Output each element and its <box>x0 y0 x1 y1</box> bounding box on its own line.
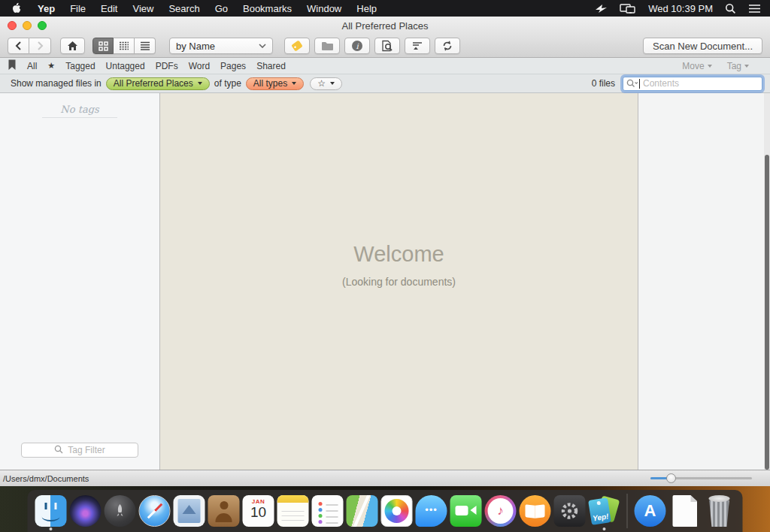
places-pill[interactable]: All Preferred Places <box>106 77 210 90</box>
grid-view-button[interactable] <box>92 38 114 54</box>
displays-icon[interactable] <box>620 3 636 14</box>
menu-bookmarks[interactable]: Bookmarks <box>235 3 299 14</box>
collapse-button[interactable] <box>405 38 430 54</box>
sort-select-value: by Name <box>176 41 259 52</box>
dock-item-calendar[interactable]: JAN10 <box>241 495 276 527</box>
minimize-button[interactable] <box>23 21 32 30</box>
back-button[interactable] <box>8 38 29 54</box>
info-button[interactable]: i <box>344 38 370 54</box>
ibooks-icon <box>520 495 551 527</box>
dock-item-siri[interactable] <box>68 495 103 527</box>
system-preferences-icon <box>554 495 586 527</box>
menu-window[interactable]: Window <box>299 3 349 14</box>
menu-help[interactable]: Help <box>349 3 384 14</box>
refresh-button[interactable] <box>435 38 460 54</box>
bookmark-icon[interactable] <box>8 59 17 73</box>
menu-search[interactable]: Search <box>161 3 207 14</box>
tags-sidebar: No tags Tag Filter <box>0 93 160 470</box>
dock-item-contacts[interactable] <box>207 495 241 527</box>
dock-item-mail[interactable] <box>172 495 207 527</box>
safari-icon <box>139 495 171 527</box>
cursor-status-icon[interactable] <box>595 3 608 14</box>
menu-view[interactable]: View <box>125 3 161 14</box>
dock-item-notes[interactable] <box>276 495 311 527</box>
tag-filter-input[interactable]: Tag Filter <box>21 443 138 458</box>
window-title: All Preferred Places <box>0 17 770 36</box>
scrollbar[interactable] <box>764 93 770 470</box>
dock-item-photos[interactable] <box>380 495 414 527</box>
documents-area: Welcome (Looking for documents) <box>160 93 638 470</box>
facetime-icon <box>450 495 482 527</box>
dock-item-finder[interactable] <box>34 495 68 527</box>
filter-pages[interactable]: Pages <box>220 61 246 71</box>
siri-icon <box>70 495 102 527</box>
sort-select[interactable]: by Name <box>169 38 273 54</box>
zoom-button[interactable] <box>38 21 47 30</box>
filter-all[interactable]: All <box>27 61 37 71</box>
yep-window: All Preferred Places by Name i <box>0 17 770 486</box>
mail-icon <box>174 495 205 527</box>
filter-pdfs[interactable]: PDFs <box>156 61 178 71</box>
scrollbar-thumb[interactable] <box>765 155 769 470</box>
forward-button[interactable] <box>29 38 51 54</box>
dock-item-itunes[interactable]: ♪ <box>484 495 518 527</box>
scan-new-document-button[interactable]: Scan New Document... <box>643 38 762 54</box>
status-bar: /Users/dmx/Documents <box>0 470 770 486</box>
dock-item-safari[interactable] <box>138 495 172 527</box>
chevron-down-icon <box>292 82 296 85</box>
tag-dropdown[interactable]: Tag <box>727 61 749 71</box>
apple-menu[interactable] <box>0 2 30 16</box>
dock-item-launchpad[interactable] <box>103 495 138 527</box>
dock-item-app-store[interactable]: A <box>633 495 668 527</box>
menu-edit[interactable]: Edit <box>93 3 125 14</box>
move-dropdown[interactable]: Move <box>682 61 711 71</box>
notes-icon <box>277 495 309 527</box>
menu-clock[interactable]: Wed 10:39 PM <box>648 3 713 14</box>
dock-item-system-preferences[interactable] <box>553 495 587 527</box>
filter-starred[interactable]: ★ <box>47 61 55 71</box>
filter-shared[interactable]: Shared <box>256 61 286 71</box>
dock-item-yep[interactable]: Yep! <box>587 495 622 527</box>
home-button[interactable] <box>60 38 85 54</box>
collapse-icon <box>412 41 423 51</box>
content-search-input[interactable] <box>623 77 762 91</box>
dock-item-facetime[interactable] <box>449 495 484 527</box>
window-body: No tags Tag Filter Welcome (Looking for … <box>0 93 770 470</box>
contacts-icon <box>208 495 240 527</box>
welcome-subtitle: (Looking for documents) <box>342 276 456 288</box>
dock-item-ibooks[interactable] <box>518 495 553 527</box>
zoom-slider-thumb[interactable] <box>666 473 676 483</box>
filter-word[interactable]: Word <box>189 61 210 71</box>
zoom-slider[interactable] <box>650 477 752 479</box>
photos-icon <box>381 495 413 527</box>
chevron-down-icon <box>744 65 749 68</box>
dock-item-reminders[interactable] <box>311 495 345 527</box>
notification-center-icon[interactable] <box>748 4 761 14</box>
spotlight-search-icon[interactable] <box>725 3 736 14</box>
yep-icon: Yep! <box>589 495 620 527</box>
dock-item-document[interactable] <box>668 495 702 527</box>
preview-button[interactable] <box>374 38 400 54</box>
star-filter-pill[interactable]: ☆ <box>310 77 342 90</box>
dock-item-messages[interactable]: ••• <box>414 495 449 527</box>
list-view-button[interactable] <box>135 38 156 54</box>
menu-file[interactable]: File <box>62 3 93 14</box>
menu-yep[interactable]: Yep <box>30 3 62 14</box>
refresh-icon <box>441 40 453 52</box>
dock: JAN10 ••• ♪ Yep! A <box>28 490 743 532</box>
trash-icon <box>706 495 733 527</box>
folder-button[interactable] <box>314 38 340 54</box>
types-pill[interactable]: All types <box>246 77 304 90</box>
detail-view-button[interactable] <box>114 38 135 54</box>
itunes-icon: ♪ <box>485 495 517 527</box>
tag-button[interactable] <box>284 38 310 54</box>
no-tags-label: No tags <box>0 104 159 115</box>
dock-item-maps[interactable] <box>345 495 380 527</box>
close-button[interactable] <box>8 21 17 30</box>
filter-untagged[interactable]: Untagged <box>106 61 145 71</box>
desktop-wallpaper: JAN10 ••• ♪ Yep! A <box>0 486 770 532</box>
current-path: /Users/dmx/Documents <box>3 474 89 483</box>
dock-item-trash[interactable] <box>702 495 737 527</box>
menu-go[interactable]: Go <box>208 3 235 14</box>
filter-tagged[interactable]: Tagged <box>65 61 95 71</box>
